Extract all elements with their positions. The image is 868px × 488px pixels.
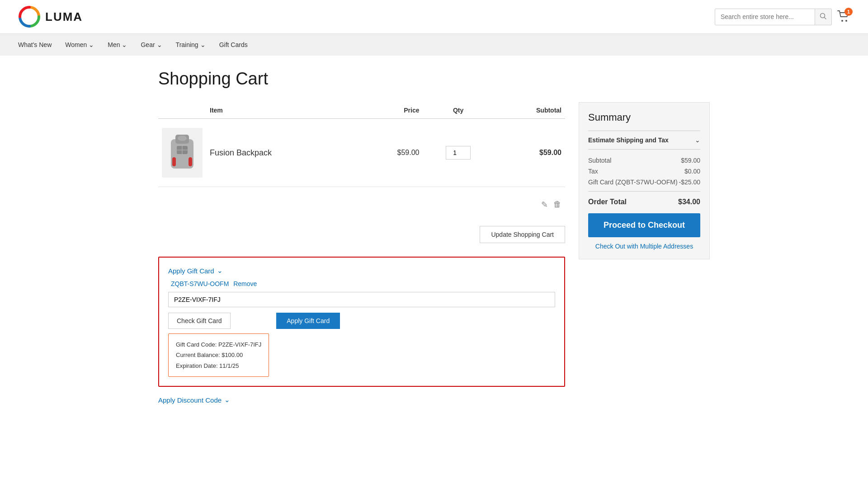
search-button[interactable] xyxy=(815,9,831,25)
subtotal-label: Subtotal xyxy=(588,157,611,164)
summary-title: Summary xyxy=(588,112,700,123)
gift-card-buttons: Check Gift Card Gift Card Code: P2ZE-VIX… xyxy=(168,313,555,377)
col-qty: Qty xyxy=(423,102,493,119)
action-cell: ✎ 🗑 xyxy=(158,187,565,219)
gift-card-line: Gift Card (ZQBT-S7WU-OOFM) -$25.00 xyxy=(588,177,700,188)
gift-balance-label: Current Balance: $100.00 xyxy=(176,350,261,360)
gift-card-info: Gift Card Code: P2ZE-VIXF-7IFJ Current B… xyxy=(168,333,269,377)
chevron-down-icon: ⌄ xyxy=(89,41,94,48)
page-title: Shopping Cart xyxy=(158,69,710,89)
tax-label: Tax xyxy=(588,168,598,175)
order-total-row: Order Total $34.00 xyxy=(588,191,700,213)
update-cart-button[interactable]: Update Shopping Cart xyxy=(480,226,565,243)
cart-right: Summary Estimate Shipping and Tax ⌄ Subt… xyxy=(579,102,710,259)
subtotal-line: Subtotal $59.00 xyxy=(588,155,700,166)
nav-item-men[interactable]: Men ⌄ xyxy=(108,41,127,48)
chevron-down-icon: ⌄ xyxy=(157,41,162,48)
cart-left: Item Price Qty Subtotal xyxy=(158,102,565,408)
product-image-cell xyxy=(158,119,206,187)
discount-code-section: Apply Discount Code ⌄ xyxy=(158,391,565,408)
apply-gift-card-toggle[interactable]: Apply Gift Card ⌄ xyxy=(168,267,555,275)
header: LUMA 1 xyxy=(0,0,868,34)
delete-icon[interactable]: 🗑 xyxy=(553,200,561,210)
gift-card-section: Apply Gift Card ⌄ ZQBT-S7WU-OOFM Remove … xyxy=(158,257,565,387)
svg-point-12 xyxy=(178,136,187,141)
qty-input[interactable] xyxy=(446,146,471,160)
product-subtotal: $59.00 xyxy=(539,149,561,156)
svg-point-3 xyxy=(841,20,843,22)
cart-actions: Update Shopping Cart xyxy=(158,226,565,243)
gift-expiry-label: Expiration Date: 11/1/25 xyxy=(176,361,261,371)
nav-item-whats-new[interactable]: What's New xyxy=(18,41,52,48)
proceed-to-checkout-button[interactable]: Proceed to Checkout xyxy=(588,213,700,237)
gift-card-summary-label: Gift Card (ZQBT-S7WU-OOFM) xyxy=(588,178,678,186)
order-total-label: Order Total xyxy=(588,198,627,206)
logo-icon xyxy=(18,5,41,28)
estimate-shipping-label: Estimate Shipping and Tax xyxy=(588,136,669,144)
chevron-down-icon: ⌄ xyxy=(200,41,206,48)
estimate-chevron-icon: ⌄ xyxy=(695,136,700,144)
applied-gift-code: ZQBT-S7WU-OOFM Remove xyxy=(168,280,555,287)
backpack-image xyxy=(164,130,200,175)
svg-point-4 xyxy=(845,20,847,22)
product-image xyxy=(162,128,203,178)
nav-item-gift-cards[interactable]: Gift Cards xyxy=(219,41,248,48)
gift-code-label: Gift Card Code: P2ZE-VIXF-7IFJ xyxy=(176,339,261,350)
edit-icon[interactable]: ✎ xyxy=(541,200,548,210)
product-subtotal-cell: $59.00 xyxy=(494,119,565,187)
search-input[interactable] xyxy=(715,9,815,24)
gift-card-summary-value: -$25.00 xyxy=(679,178,700,186)
nav-item-women[interactable]: Women ⌄ xyxy=(65,41,94,48)
product-name-cell: Fusion Backpack xyxy=(206,119,359,187)
table-row: Fusion Backpack $59.00 $59.00 xyxy=(158,119,565,187)
gift-card-input[interactable] xyxy=(168,292,555,307)
apply-discount-code-toggle[interactable]: Apply Discount Code ⌄ xyxy=(158,391,565,408)
search-icon xyxy=(820,13,827,20)
check-gift-area: Check Gift Card Gift Card Code: P2ZE-VIX… xyxy=(168,313,269,377)
col-item-label: Item xyxy=(206,102,359,119)
svg-rect-10 xyxy=(172,157,176,166)
summary-box: Summary Estimate Shipping and Tax ⌄ Subt… xyxy=(579,102,710,259)
logo-text: LUMA xyxy=(45,10,83,24)
search-box xyxy=(715,9,832,25)
tax-line: Tax $0.00 xyxy=(588,166,700,177)
main-content: Shopping Cart Item Price Qty Subtotal xyxy=(140,56,728,422)
remove-gift-code-link[interactable]: Remove xyxy=(233,280,257,287)
subtotal-value: $59.00 xyxy=(681,157,700,164)
action-row: ✎ 🗑 xyxy=(158,187,565,219)
svg-line-2 xyxy=(825,17,826,19)
chevron-down-icon: ⌄ xyxy=(217,267,223,275)
chevron-down-icon: ⌄ xyxy=(122,41,127,48)
col-price: Price xyxy=(359,102,423,119)
check-gift-card-button[interactable]: Check Gift Card xyxy=(168,313,231,329)
product-name: Fusion Backpack xyxy=(210,148,272,157)
nav-item-gear[interactable]: Gear ⌄ xyxy=(141,41,162,48)
estimate-shipping-row[interactable]: Estimate Shipping and Tax ⌄ xyxy=(588,131,700,150)
cart-layout: Item Price Qty Subtotal xyxy=(158,102,710,408)
header-right: 1 xyxy=(715,9,850,25)
nav: What's New Women ⌄ Men ⌄ Gear ⌄ Training… xyxy=(0,34,868,56)
action-icons: ✎ 🗑 xyxy=(162,196,561,210)
order-total-value: $34.00 xyxy=(678,198,700,206)
cart-badge: 1 xyxy=(844,8,853,16)
cart-icon-wrap[interactable]: 1 xyxy=(837,10,850,23)
tax-value: $0.00 xyxy=(684,168,700,175)
logo-area[interactable]: LUMA xyxy=(18,5,83,28)
product-price: $59.00 xyxy=(397,149,420,156)
product-price-cell: $59.00 xyxy=(359,119,423,187)
chevron-down-icon: ⌄ xyxy=(224,396,230,404)
nav-item-training[interactable]: Training ⌄ xyxy=(176,41,206,48)
multi-address-link[interactable]: Check Out with Multiple Addresses xyxy=(588,243,700,250)
product-qty-cell xyxy=(423,119,493,187)
svg-rect-11 xyxy=(189,157,192,166)
apply-gift-card-button[interactable]: Apply Gift Card xyxy=(276,313,340,329)
col-item xyxy=(158,102,206,119)
col-subtotal: Subtotal xyxy=(494,102,565,119)
cart-table: Item Price Qty Subtotal xyxy=(158,102,565,219)
